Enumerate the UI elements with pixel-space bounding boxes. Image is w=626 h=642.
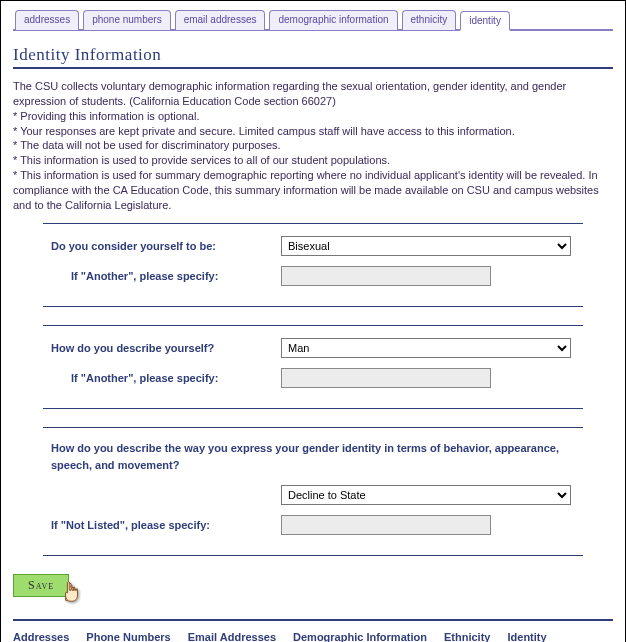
q2-specify-label: If "Another", please specify: [51,372,281,384]
save-button[interactable]: Save [13,574,69,597]
intro-b2: * Your responses are kept private and se… [13,124,613,139]
link-phone-numbers[interactable]: Phone Numbers [86,631,170,642]
q2-specify-input[interactable] [281,368,491,388]
tab-phone-numbers[interactable]: phone numbers [83,10,171,30]
tab-email-addresses[interactable]: email addresses [175,10,266,30]
section-orientation: Do you consider yourself to be: Bisexual… [43,223,583,307]
bottom-links: Addresses Phone Numbers Email Addresses … [13,631,613,642]
tab-addresses[interactable]: addresses [15,10,79,30]
link-ethnicity[interactable]: Ethnicity [444,631,490,642]
link-addresses[interactable]: Addresses [13,631,69,642]
link-email-addresses[interactable]: Email Addresses [188,631,276,642]
link-demographic-information[interactable]: Demographic Information [293,631,427,642]
q2-select[interactable]: Man [281,338,571,358]
section-gender-expression: How do you describe the way you express … [43,427,583,556]
intro-b4: * This information is used to provide se… [13,153,613,168]
q1-select[interactable]: Bisexual [281,236,571,256]
intro-text: The CSU collects voluntary demographic i… [13,79,613,213]
intro-b3: * The data will not be used for discrimi… [13,138,613,153]
q1-specify-label: If "Another", please specify: [51,270,281,282]
tab-bar: addresses phone numbers email addresses … [13,9,613,31]
link-identity[interactable]: Identity [507,631,546,642]
page-title: Identity Information [13,45,613,65]
tab-identity[interactable]: identity [460,11,510,31]
q3-select[interactable]: Decline to State [281,485,571,505]
q3-specify-input[interactable] [281,515,491,535]
section-gender-identity: How do you describe yourself? Man If "An… [43,325,583,409]
bottom-rule [13,619,613,621]
tab-demographic-information[interactable]: demographic information [269,10,397,30]
intro-b1: * Providing this information is optional… [13,109,613,124]
q3-specify-label: If "Not Listed", please specify: [51,519,281,531]
q1-label: Do you consider yourself to be: [51,240,281,252]
q3-label: How do you describe the way you express … [51,440,575,475]
q2-label: How do you describe yourself? [51,342,281,354]
heading-rule [13,67,613,69]
intro-p1: The CSU collects voluntary demographic i… [13,79,613,109]
intro-b5: * This information is used for summary d… [13,168,613,213]
tab-ethnicity[interactable]: ethnicity [402,10,457,30]
q1-specify-input[interactable] [281,266,491,286]
